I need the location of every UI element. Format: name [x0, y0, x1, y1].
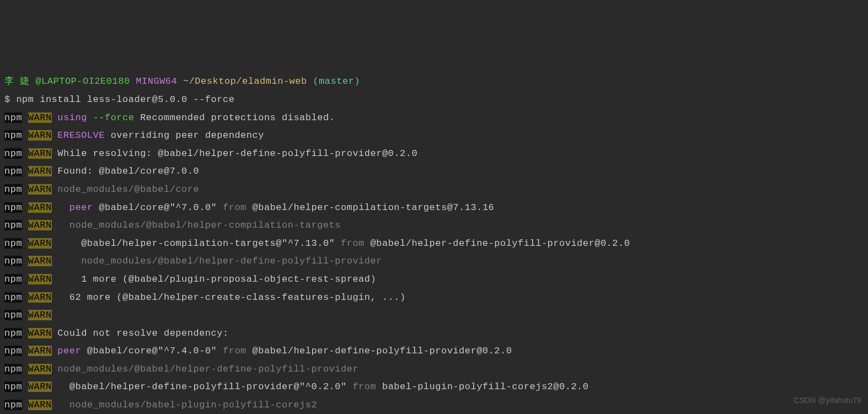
output-line: npm WARN node_modules/@babel/core	[4, 181, 864, 199]
npm-tag: npm	[4, 112, 22, 123]
text: While resolving: @babel/helper-define-po…	[57, 148, 417, 159]
text: @babel/core@"^7.0.0"	[99, 202, 217, 213]
output-line: npm WARN Could not resolve dependency:	[4, 325, 864, 343]
output-line: npm WARN using --force Recommended prote…	[4, 109, 864, 127]
text: 62 more (@babel/helper-create-class-feat…	[69, 292, 406, 303]
text: node_modules/babel-plugin-polyfill-corej…	[69, 400, 317, 410]
npm-tag: npm	[4, 130, 22, 141]
command-line: $ npm install less-loader@5.0.0 --force	[4, 91, 864, 109]
text: @babel/core@"^7.4.0-0"	[87, 346, 217, 356]
text: @babel/helper-compilation-targets@7.13.1…	[253, 202, 495, 213]
npm-tag: npm	[4, 292, 22, 303]
text: ERESOLVE	[57, 130, 105, 141]
text: peer	[69, 202, 93, 213]
text: @babel/helper-define-polyfill-provider@0…	[371, 238, 630, 249]
text: from	[341, 238, 365, 249]
warn-tag: WARN	[28, 256, 52, 266]
output-line: npm WARN node_modules/@babel/helper-comp…	[4, 217, 864, 235]
terminal-output[interactable]: 李 婕 @LAPTOP-OI2E0180 MINGW64 ~/Desktop/e…	[4, 73, 864, 414]
output-line: npm WARN node_modules/@babel/helper-defi…	[4, 252, 864, 271]
npm-tag: npm	[4, 346, 22, 356]
warn-tag: WARN	[28, 130, 52, 141]
warn-tag: WARN	[28, 238, 52, 249]
npm-tag: npm	[4, 238, 22, 249]
warn-tag: WARN	[28, 274, 52, 284]
output-line: npm WARN 1 more (@babel/plugin-proposal-…	[4, 271, 864, 289]
prompt-line: 李 婕 @LAPTOP-OI2E0180 MINGW64 ~/Desktop/e…	[4, 73, 864, 91]
warn-tag: WARN	[28, 381, 52, 392]
prompt-host: @LAPTOP-OI2E0180	[30, 76, 130, 87]
output-line: npm WARN peer @babel/core@"^7.0.0" from …	[4, 199, 864, 217]
warn-tag: WARN	[28, 112, 52, 123]
output-line: npm WARN node_modules/@babel/helper-defi…	[4, 361, 864, 379]
npm-tag: npm	[4, 220, 22, 230]
text: node_modules/@babel/helper-define-polyfi…	[57, 364, 358, 374]
output-line: npm WARN Found: @babel/core@7.0.0	[4, 163, 864, 181]
text: --force	[93, 112, 135, 123]
npm-tag: npm	[4, 328, 22, 338]
text: Could not resolve dependency:	[57, 328, 228, 338]
output-line: npm WARN ERESOLVE overriding peer depend…	[4, 127, 864, 145]
npm-tag: npm	[4, 148, 22, 159]
warn-tag: WARN	[28, 184, 52, 195]
watermark: CSDN @yitahutu79	[794, 391, 861, 410]
output-line: npm WARN peer @babel/core@"^7.4.0-0" fro…	[4, 342, 864, 361]
text: from	[223, 346, 247, 356]
warn-tag: WARN	[28, 310, 52, 320]
warn-tag: WARN	[28, 346, 52, 356]
prompt-shell: MINGW64	[136, 76, 177, 87]
text: peer	[57, 346, 81, 356]
text: Recommended protections disabled.	[140, 112, 335, 123]
prompt-symbol: $	[4, 94, 10, 105]
text: @babel/helper-define-polyfill-provider@0…	[253, 346, 512, 356]
npm-tag: npm	[4, 256, 22, 266]
text: node_modules/@babel/helper-define-polyfi…	[81, 256, 382, 266]
text: from	[223, 202, 247, 213]
warn-tag: WARN	[28, 292, 52, 303]
output-line: npm WARN @babel/helper-define-polyfill-p…	[4, 378, 864, 396]
prompt-path: ~/Desktop/eladmin-web	[183, 76, 307, 87]
command-text: npm install less-loader@5.0.0 --force	[16, 94, 234, 105]
text: 1 more (@babel/plugin-proposal-object-re…	[81, 274, 376, 284]
warn-tag: WARN	[28, 166, 52, 176]
text: Found: @babel/core@7.0.0	[57, 166, 199, 176]
warn-tag: WARN	[28, 202, 52, 213]
output-line: npm WARN @babel/helper-compilation-targe…	[4, 235, 864, 253]
warn-tag: WARN	[28, 148, 52, 159]
npm-tag: npm	[4, 364, 22, 374]
warn-tag: WARN	[28, 400, 52, 410]
text: node_modules/@babel/helper-compilation-t…	[69, 220, 341, 230]
text: babel-plugin-polyfill-corejs2@0.2.0	[382, 381, 589, 392]
warn-tag: WARN	[28, 364, 52, 374]
text: @babel/helper-compilation-targets@"^7.13…	[81, 238, 335, 249]
text: @babel/helper-define-polyfill-provider@"…	[69, 381, 347, 392]
npm-tag: npm	[4, 400, 22, 410]
output-line: npm WARN 62 more (@babel/helper-create-c…	[4, 289, 864, 307]
text: node_modules/@babel/core	[57, 184, 199, 195]
prompt-branch: (master)	[313, 76, 360, 87]
npm-tag: npm	[4, 184, 22, 195]
text: from	[352, 381, 376, 392]
npm-tag: npm	[4, 381, 22, 392]
text: using	[57, 112, 87, 123]
text: overriding peer dependency	[111, 130, 264, 141]
output-line: npm WARN	[4, 307, 864, 325]
npm-tag: npm	[4, 202, 22, 213]
prompt-user: 李 婕	[4, 76, 30, 87]
npm-tag: npm	[4, 310, 22, 320]
npm-tag: npm	[4, 274, 22, 284]
warn-tag: WARN	[28, 220, 52, 230]
output-line: npm WARN node_modules/babel-plugin-polyf…	[4, 396, 864, 414]
warn-tag: WARN	[28, 328, 52, 338]
output-line: npm WARN While resolving: @babel/helper-…	[4, 145, 864, 163]
npm-tag: npm	[4, 166, 22, 176]
